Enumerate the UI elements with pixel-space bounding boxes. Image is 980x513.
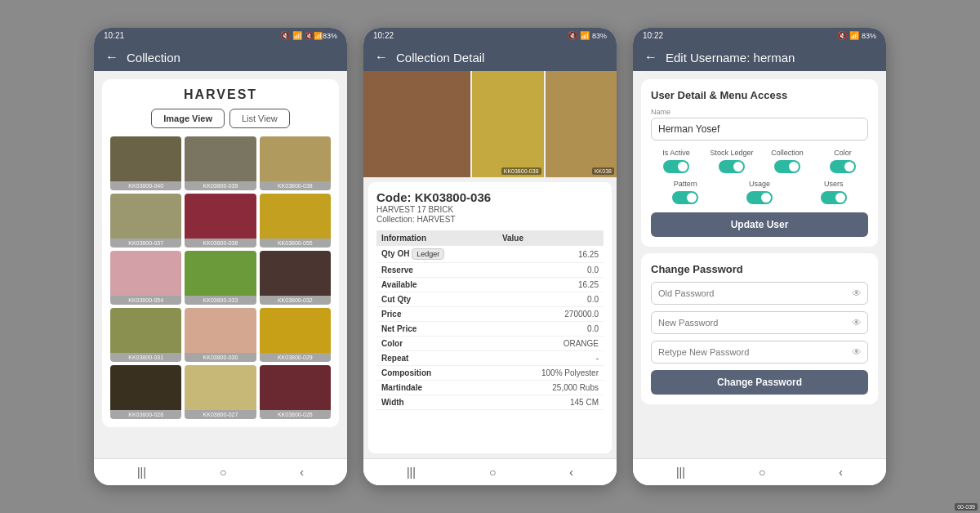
fabric-item[interactable]: KK03800-036 <box>185 194 256 248</box>
fabric-item[interactable]: KK03800-027 <box>185 365 256 419</box>
eye-icon-1[interactable]: 👁 <box>852 288 862 299</box>
home-icon-3[interactable]: ○ <box>759 466 765 479</box>
toggle-switch[interactable] <box>672 191 698 204</box>
toggle-label: Is Active <box>662 149 690 157</box>
detail-info-card: Code: KK03800-036 HARVEST 17 BRICK Colle… <box>368 182 612 453</box>
table-cell-value: 0.0 <box>497 292 604 307</box>
toggles-grid-2: PatternUsageUsers <box>651 180 868 204</box>
edit-body: User Detail & Menu Access Name Is Active… <box>633 71 886 458</box>
bottom-nav-3: ||| ○ ‹ <box>633 458 886 485</box>
toggle-item: Stock Ledger <box>706 149 757 173</box>
status-bar-2: 10:22 🔇 📶 83% <box>363 28 617 43</box>
table-cell-info: Composition <box>376 366 497 381</box>
table-row: Net Price0.0 <box>376 322 604 337</box>
header-title-2: Collection Detail <box>396 51 484 65</box>
detail-images: 00-039 KK03800-038 KK038 <box>363 71 617 177</box>
status-bar-3: 10:22 🔇 📶 83% <box>633 28 886 43</box>
password-section: Change Password 👁 👁 👁 <box>641 253 878 404</box>
home-icon-1[interactable]: ○ <box>220 466 226 479</box>
phone3-content: User Detail & Menu Access Name Is Active… <box>633 71 886 458</box>
fabric-item[interactable]: KK03800-040 <box>110 136 181 190</box>
table-cell-info: Martindale <box>376 381 497 395</box>
toggle-label: Users <box>824 180 844 188</box>
status-bar-1: 10:21 🔇 📶 🔇📶83% <box>94 28 347 43</box>
table-header-value: Value <box>497 230 604 246</box>
name-label: Name <box>651 108 868 116</box>
table-row: Price270000.0 <box>376 307 604 322</box>
toggle-switch[interactable] <box>830 160 856 173</box>
table-row: Cut Qty0.0 <box>376 292 604 307</box>
back-button-3[interactable]: ← <box>644 50 657 65</box>
fabric-item[interactable]: KK03800-037 <box>110 194 181 248</box>
fabric-item[interactable]: KK03800-055 <box>260 194 331 248</box>
fabric-item[interactable]: KK03800-029 <box>260 308 331 362</box>
toggle-switch[interactable] <box>719 160 745 173</box>
toggle-switch[interactable] <box>821 191 847 204</box>
image-view-button[interactable]: Image View <box>151 109 225 128</box>
fabric-item[interactable]: KK03800-039 <box>185 136 256 190</box>
back-icon-3[interactable]: ‹ <box>839 466 843 479</box>
status-time-1: 10:21 <box>104 31 124 40</box>
retype-password-input[interactable] <box>651 341 868 364</box>
eye-icon-3[interactable]: 👁 <box>852 346 862 358</box>
toggle-switch[interactable] <box>663 160 689 173</box>
update-user-button[interactable]: Update User <box>651 212 868 237</box>
view-toggle: Image View List View <box>110 109 331 128</box>
menu-icon-3[interactable]: ||| <box>676 466 685 479</box>
toggle-item: Usage <box>725 180 795 204</box>
bottom-nav-1: ||| ○ ‹ <box>94 458 347 485</box>
detail-code: Code: KK03800-036 <box>376 190 604 204</box>
phone-1: 10:21 🔇 📶 🔇📶83% ← Collection HARVEST Ima… <box>94 28 347 485</box>
table-cell-info: Available <box>376 278 497 292</box>
user-detail-card: User Detail & Menu Access Name Is Active… <box>641 79 878 247</box>
fabric-item[interactable]: KK03800-030 <box>185 308 256 362</box>
back-button-2[interactable]: ← <box>375 50 388 65</box>
table-row: Width145 CM <box>376 395 604 410</box>
info-table: Information Value Qty OH Ledger16.25Rese… <box>376 230 604 410</box>
table-cell-value: - <box>497 351 604 366</box>
table-cell-info: Width <box>376 395 497 410</box>
toggle-label: Pattern <box>674 180 697 188</box>
detail-sub1: HARVEST 17 BRICK <box>376 205 604 214</box>
table-cell-info: Net Price <box>376 322 497 337</box>
table-row: Repeat- <box>376 351 604 366</box>
name-input[interactable] <box>651 118 868 141</box>
header-title-1: Collection <box>127 51 180 65</box>
img-label-center: KK03800-038 <box>501 167 541 175</box>
back-button-1[interactable]: ← <box>105 50 118 65</box>
toggle-switch[interactable] <box>774 160 800 173</box>
menu-icon-2[interactable]: ||| <box>407 466 416 479</box>
phone-2: 10:22 🔇 📶 83% ← Collection Detail 00-039… <box>363 28 617 485</box>
back-icon-1[interactable]: ‹ <box>300 466 304 479</box>
fabric-item[interactable]: KK03800-033 <box>185 251 256 305</box>
fabric-item[interactable]: KK03800-031 <box>110 308 181 362</box>
old-password-input[interactable] <box>651 282 868 305</box>
eye-icon-2[interactable]: 👁 <box>852 317 862 328</box>
status-icons-2: 🔇 📶 83% <box>568 31 607 40</box>
menu-icon-1[interactable]: ||| <box>137 466 146 479</box>
toggle-item: Users <box>799 180 868 204</box>
bottom-nav-2: ||| ○ ‹ <box>363 458 617 485</box>
fabric-item[interactable]: KK03800-038 <box>260 136 331 190</box>
table-cell-info: Reserve <box>376 263 497 278</box>
new-password-input[interactable] <box>651 311 868 334</box>
collection-body: HARVEST Image View List View KK03800-040… <box>94 71 347 458</box>
status-time-2: 10:22 <box>373 31 394 40</box>
list-view-button[interactable]: List View <box>229 109 290 128</box>
table-header-info: Information <box>376 230 497 246</box>
fabric-item[interactable]: KK03800-026 <box>260 365 331 419</box>
home-icon-2[interactable]: ○ <box>489 466 496 479</box>
header-title-3: Edit Username: herman <box>666 51 795 65</box>
toggles-grid-1: Is ActiveStock LedgerCollectionColor <box>651 149 868 173</box>
toggle-switch[interactable] <box>746 191 773 204</box>
table-cell-info: Repeat <box>376 351 497 366</box>
change-password-button[interactable]: Change Password <box>651 370 868 395</box>
table-row: Reserve0.0 <box>376 263 604 278</box>
back-icon-2[interactable]: ‹ <box>569 466 573 479</box>
fabric-item[interactable]: KK03800-054 <box>110 251 181 305</box>
table-row: Martindale25,000 Rubs <box>376 381 604 395</box>
table-cell-value: 270000.0 <box>497 307 604 322</box>
fabric-item[interactable]: KK03800-032 <box>260 251 331 305</box>
fabric-item[interactable]: KK03800-028 <box>110 365 181 419</box>
toggle-label: Usage <box>749 180 770 188</box>
